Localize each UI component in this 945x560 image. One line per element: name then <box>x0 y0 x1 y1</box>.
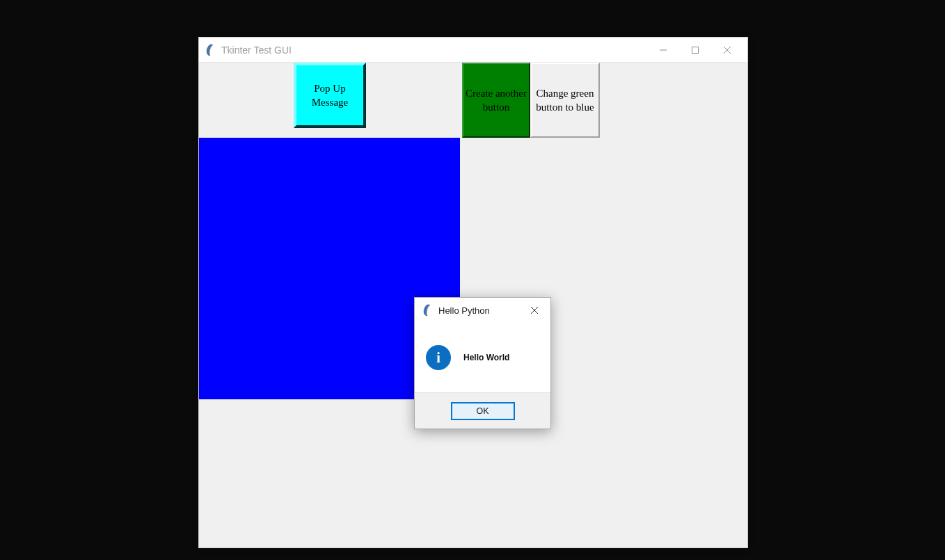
create-another-button[interactable]: Create another button <box>462 63 530 138</box>
ok-button-label: OK <box>476 406 489 416</box>
main-window: Tkinter Test GUI Pop Up Message Create a… <box>198 37 748 548</box>
dialog-close-button[interactable] <box>521 301 548 320</box>
info-icon: i <box>426 345 451 370</box>
dialog-title: Hello Python <box>438 305 521 316</box>
create-another-button-label: Create another button <box>463 86 529 115</box>
dialog-footer: OK <box>415 392 550 429</box>
popup-message-button[interactable]: Pop Up Message <box>294 63 366 128</box>
maximize-button[interactable] <box>679 40 711 61</box>
close-button[interactable] <box>711 40 743 61</box>
change-green-to-blue-button[interactable]: Change green button to blue <box>530 63 600 138</box>
tkinter-feather-icon <box>422 304 433 317</box>
window-controls <box>647 40 743 61</box>
popup-message-button-label: Pop Up Message <box>296 81 363 110</box>
messagebox-dialog: Hello Python i Hello World OK <box>414 297 551 429</box>
change-green-to-blue-button-label: Change green button to blue <box>532 86 598 115</box>
titlebar: Tkinter Test GUI <box>199 38 747 63</box>
tkinter-feather-icon <box>205 44 216 56</box>
window-title: Tkinter Test GUI <box>221 45 647 56</box>
svg-rect-1 <box>692 47 699 53</box>
dialog-body: i Hello World <box>415 323 550 392</box>
info-icon-glyph: i <box>436 350 440 366</box>
dialog-titlebar: Hello Python <box>415 298 550 323</box>
ok-button[interactable]: OK <box>451 402 515 420</box>
dialog-message: Hello World <box>463 353 509 362</box>
minimize-button[interactable] <box>647 40 679 61</box>
